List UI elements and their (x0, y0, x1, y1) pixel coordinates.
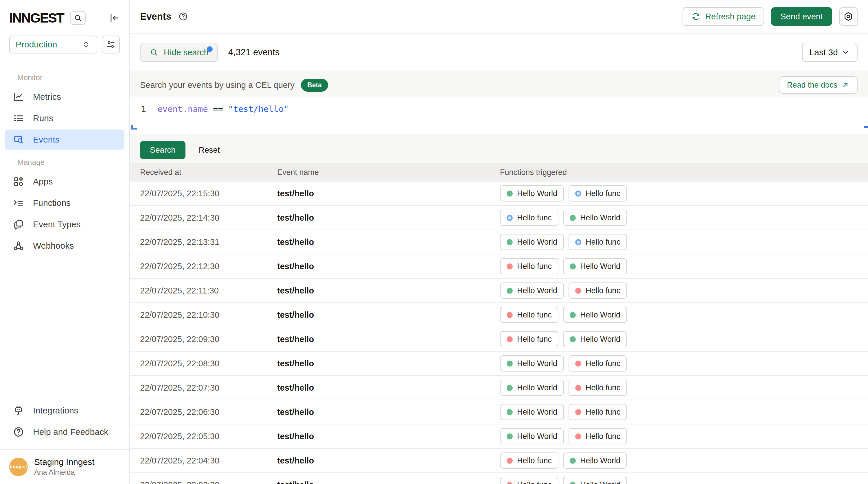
table-row[interactable]: 22/07/2025, 22:13:31 test/hello Hello Wo… (130, 230, 868, 254)
table-row[interactable]: 22/07/2025, 22:12:30 test/hello Hello fu… (130, 254, 868, 279)
environment-select[interactable]: Production (9, 36, 97, 54)
functions-cell: Hello World Hello func (500, 283, 868, 299)
settings-nut-icon (843, 11, 854, 22)
table-row[interactable]: 22/07/2025, 22:07:30 test/hello Hello Wo… (130, 376, 868, 400)
time-range-select[interactable]: Last 3d (802, 43, 858, 62)
sidebar-item-metrics[interactable]: Metrics (5, 87, 124, 107)
page-help-button[interactable] (178, 11, 188, 22)
logo-row: INNGEST (0, 0, 129, 30)
sidebar-item-events[interactable]: Events (5, 130, 124, 150)
received-at-cell: 22/07/2025, 22:07:30 (130, 383, 277, 393)
account-info: Staging Inngest Ana Almeida (34, 457, 95, 477)
sidebar-item-functions[interactable]: Functions (5, 193, 124, 213)
table-row[interactable]: 22/07/2025, 22:09:30 test/hello Hello fu… (130, 327, 868, 352)
function-badge[interactable]: Hello World (563, 477, 627, 484)
function-badge[interactable]: Hello World (500, 355, 564, 372)
function-badge[interactable]: Hello func (568, 185, 627, 201)
sidebar-item-integrations[interactable]: Integrations (5, 400, 124, 421)
function-badge[interactable]: Hello func (568, 380, 627, 396)
settings-button[interactable] (839, 7, 858, 26)
send-event-button[interactable]: Send event (771, 7, 832, 26)
function-status-dot (507, 385, 513, 391)
sidebar-item-apps[interactable]: Apps (5, 171, 124, 192)
function-badge[interactable]: Hello World (500, 185, 564, 201)
question-icon (13, 426, 24, 438)
table-row[interactable]: 22/07/2025, 22:08:30 test/hello Hello Wo… (130, 352, 868, 376)
event-name-cell: test/hello (277, 359, 500, 368)
sidebar-item-event-types[interactable]: Event Types (5, 214, 124, 234)
function-name: Hello World (580, 481, 620, 484)
collapse-sidebar-icon (109, 12, 120, 24)
table-row[interactable]: 22/07/2025, 22:05:30 test/hello Hello Wo… (130, 424, 868, 449)
function-status-dot (507, 312, 513, 318)
read-docs-label: Read the docs (787, 81, 837, 90)
function-status-dot (570, 215, 576, 221)
sidebar: INNGEST Production Monitor Metrics Runs … (0, 0, 130, 484)
search-button[interactable]: Search (140, 141, 185, 159)
column-header: Functions triggered (500, 168, 868, 177)
function-badge[interactable]: Hello World (500, 234, 564, 250)
received-at-cell: 22/07/2025, 22:03:30 (130, 480, 277, 484)
nav-section-items: Metrics Runs Events (5, 87, 124, 150)
table-row[interactable]: 22/07/2025, 22:11:30 test/hello Hello Wo… (130, 279, 868, 303)
function-badge[interactable]: Hello func (500, 258, 558, 275)
function-badge[interactable]: Hello World (563, 307, 627, 323)
function-badge[interactable]: Hello World (500, 428, 564, 444)
sidebar-item-runs[interactable]: Runs (5, 108, 124, 128)
function-badge[interactable]: Hello func (500, 452, 558, 469)
table-row[interactable]: 22/07/2025, 22:03:30 test/hello Hello fu… (130, 473, 868, 484)
function-badge[interactable]: Hello World (563, 331, 627, 347)
function-name: Hello World (517, 408, 557, 417)
function-name: Hello func (517, 481, 552, 484)
function-badge[interactable]: Hello func (568, 428, 627, 444)
function-badge[interactable]: Hello World (563, 452, 627, 469)
function-badge[interactable]: Hello func (568, 234, 627, 250)
function-badge[interactable]: Hello World (500, 380, 564, 396)
cel-query-editor[interactable]: 1 event.name == "test/hello" (130, 97, 868, 134)
table-row[interactable]: 22/07/2025, 22:06:30 test/hello Hello Wo… (130, 400, 868, 424)
table-row[interactable]: 22/07/2025, 22:10:30 test/hello Hello fu… (130, 303, 868, 327)
page-title: Events (140, 11, 171, 22)
function-badge[interactable]: Hello func (500, 477, 558, 484)
arrow-up-right-icon (841, 81, 849, 89)
sidebar-item-webhooks[interactable]: Webhooks (5, 236, 124, 256)
table-row[interactable]: 22/07/2025, 22:15:30 test/hello Hello Wo… (130, 182, 868, 206)
sidebar-item-help-and-feedback[interactable]: Help and Feedback (5, 422, 124, 442)
function-badge[interactable]: Hello World (563, 209, 627, 226)
global-search-button[interactable] (70, 11, 86, 25)
function-badge[interactable]: Hello func (500, 209, 558, 226)
editor-line-number: 1 (130, 104, 157, 134)
refresh-page-button[interactable]: Refresh page (683, 7, 764, 26)
read-docs-button[interactable]: Read the docs (779, 76, 858, 94)
function-badge[interactable]: Hello World (563, 258, 627, 275)
function-status-dot (507, 336, 513, 342)
function-badge[interactable]: Hello func (500, 331, 558, 347)
received-at-cell: 22/07/2025, 22:08:30 (130, 359, 277, 368)
environment-settings-button[interactable] (102, 36, 120, 54)
reset-button[interactable]: Reset (199, 146, 220, 155)
function-name: Hello func (517, 311, 552, 320)
function-status-dot (575, 385, 581, 391)
functions-cell: Hello World Hello func (500, 234, 868, 250)
code-operator-token: == (213, 104, 223, 114)
table-row[interactable]: 22/07/2025, 22:04:30 test/hello Hello fu… (130, 449, 868, 473)
event-name-cell: test/hello (277, 286, 500, 295)
functions-cell: Hello func Hello World (500, 452, 868, 469)
function-badge[interactable]: Hello World (500, 283, 564, 299)
function-status-dot (570, 458, 576, 464)
account-card[interactable]: inngest Staging Inngest Ana Almeida (0, 449, 129, 484)
refresh-icon (691, 12, 701, 21)
events-icon (13, 134, 24, 146)
function-badge[interactable]: Hello func (568, 404, 627, 420)
functions-cell: Hello World Hello func (500, 428, 868, 444)
cel-search-panel: Search your events by using a CEL query … (130, 70, 868, 163)
function-name: Hello func (586, 383, 620, 392)
table-row[interactable]: 22/07/2025, 22:14:30 test/hello Hello fu… (130, 206, 868, 230)
function-badge[interactable]: Hello World (500, 404, 564, 420)
collapse-sidebar-button[interactable] (109, 12, 120, 24)
function-badge[interactable]: Hello func (568, 355, 627, 372)
hide-search-button[interactable]: Hide search (140, 43, 218, 62)
function-badge[interactable]: Hello func (500, 307, 558, 323)
plug-icon (13, 405, 24, 416)
function-badge[interactable]: Hello func (568, 283, 627, 299)
